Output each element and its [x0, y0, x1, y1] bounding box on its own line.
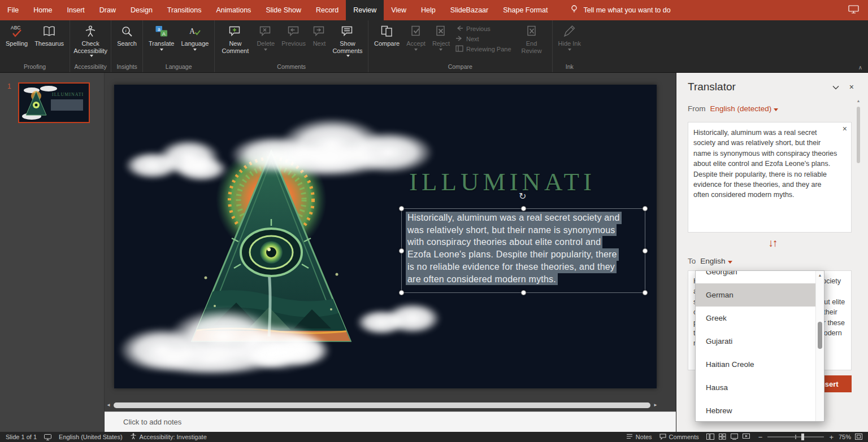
tell-me-box[interactable]: Tell me what you want to do	[570, 0, 670, 20]
resize-handle-top-middle[interactable]	[521, 206, 526, 211]
reject-button[interactable]: Reject	[429, 21, 453, 63]
resize-handle-bottom-middle[interactable]	[521, 290, 526, 295]
show-comments-button[interactable]: Show Comments	[329, 21, 366, 63]
pane-scrollbar[interactable]: ▲	[855, 99, 862, 423]
svg-text:A: A	[162, 31, 166, 37]
svg-text:i: i	[125, 28, 126, 33]
scrollbar-track[interactable]	[112, 402, 652, 409]
scroll-right-icon[interactable]: ►	[652, 401, 659, 409]
reviewing-pane-button[interactable]: Reviewing Pane	[455, 45, 511, 53]
resize-handle-bottom-right[interactable]	[643, 290, 648, 295]
accept-icon	[409, 24, 423, 40]
display-settings-icon[interactable]	[44, 434, 51, 440]
zoom-slider-thumb[interactable]	[801, 434, 804, 440]
display-icon[interactable]	[848, 5, 859, 16]
next-comment-button[interactable]: Next	[309, 21, 329, 63]
from-language-selector[interactable]: English (detected)	[710, 104, 779, 113]
collapse-ribbon-icon[interactable]: ∧	[858, 64, 862, 71]
check-accessibility-button[interactable]: Check Accessibility	[72, 21, 108, 63]
slide-body-textbox[interactable]: ↻ Historically, aluminum was a real secr…	[401, 208, 645, 293]
tell-me-label: Tell me what you want to do	[583, 6, 670, 14]
notes-toggle[interactable]: Notes	[626, 434, 652, 440]
spelling-button[interactable]: ABC Spelling	[2, 21, 31, 63]
clear-source-icon[interactable]: ×	[843, 125, 847, 133]
previous-comment-button[interactable]: Previous	[278, 21, 309, 63]
lightbulb-icon	[570, 5, 579, 16]
pane-chevron-down-icon[interactable]	[827, 81, 844, 93]
dropdown-scroll-up-icon[interactable]: ▲	[816, 273, 824, 277]
tab-view[interactable]: View	[384, 0, 414, 20]
end-review-button[interactable]: End Review	[514, 21, 550, 63]
scrollbar-thumb[interactable]	[114, 402, 650, 408]
resize-handle-top-right[interactable]	[643, 206, 648, 211]
compare-button[interactable]: Compare	[371, 21, 403, 63]
status-language[interactable]: English (United States)	[59, 434, 123, 440]
slide[interactable]: ILLUMINATI ↻ Historically, aluminum was …	[114, 85, 657, 388]
tab-shape-format[interactable]: Shape Format	[496, 0, 555, 20]
delete-comment-button[interactable]: Delete	[253, 21, 278, 63]
tab-slidebazaar[interactable]: SlideBazaar	[443, 0, 496, 20]
tab-review[interactable]: Review	[346, 0, 384, 20]
normal-view-icon[interactable]	[706, 434, 714, 441]
tab-record[interactable]: Record	[309, 0, 346, 20]
slideshow-view-icon[interactable]	[743, 434, 750, 441]
language-option-gujarati[interactable]: Gujarati	[696, 330, 824, 353]
tab-slide-show[interactable]: Slide Show	[258, 0, 309, 20]
tab-insert[interactable]: Insert	[60, 0, 92, 20]
tab-draw[interactable]: Draw	[92, 0, 123, 20]
to-language-selector[interactable]: English	[700, 257, 732, 265]
hide-ink-button[interactable]: Hide Ink	[555, 21, 584, 63]
slide-title[interactable]: ILLUMINATI	[409, 167, 596, 196]
zoom-in-button[interactable]: +	[828, 433, 835, 441]
source-text-box[interactable]: Historically, aluminum was a real secret…	[688, 122, 852, 233]
notes-area[interactable]: Click to add notes	[105, 412, 676, 432]
language-option-georgian[interactable]: Georgian	[696, 270, 824, 283]
new-comment-button[interactable]: New Comment	[217, 21, 253, 63]
tab-home[interactable]: Home	[26, 0, 59, 20]
zoom-level[interactable]: 75%	[839, 434, 851, 440]
language-button[interactable]: A Language	[177, 21, 212, 63]
language-option-hebrew[interactable]: Hebrew	[696, 399, 824, 422]
previous-change-button[interactable]: Previous	[455, 25, 511, 33]
language-option-haitian-creole[interactable]: Haitian Creole	[696, 353, 824, 376]
dropdown-scrollbar[interactable]: ▲	[815, 271, 824, 421]
ribbon-group-compare: Compare Accept Reject	[368, 20, 552, 72]
dropdown-scrollbar-thumb[interactable]	[818, 322, 822, 349]
tab-transitions[interactable]: Transitions	[160, 0, 209, 20]
resize-handle-middle-left[interactable]	[399, 248, 404, 253]
resize-handle-bottom-left[interactable]	[399, 290, 404, 295]
resize-handle-top-left[interactable]	[399, 206, 404, 211]
status-accessibility[interactable]: Accessibility: Investigate	[130, 433, 207, 441]
comments-toggle[interactable]: Comments	[659, 434, 699, 441]
swap-languages-icon[interactable]: ↓↑	[676, 237, 868, 250]
scroll-left-icon[interactable]: ◄	[105, 401, 112, 409]
fit-to-window-icon[interactable]	[855, 434, 862, 441]
tab-design[interactable]: Design	[123, 0, 160, 20]
pane-scroll-up-icon[interactable]: ▲	[855, 99, 862, 103]
delete-comment-icon	[259, 24, 272, 40]
reading-view-icon[interactable]	[731, 434, 738, 441]
language-option-hausa[interactable]: Hausa	[696, 376, 824, 399]
search-button[interactable]: i Search	[114, 21, 140, 63]
pane-scrollbar-thumb[interactable]	[857, 107, 860, 163]
accept-button[interactable]: Accept	[403, 21, 429, 63]
language-option-german[interactable]: German	[696, 283, 824, 307]
next-change-button[interactable]: Next	[455, 35, 511, 43]
zoom-out-button[interactable]: −	[757, 433, 764, 441]
translate-button[interactable]: aA Translate	[145, 21, 177, 63]
tab-file[interactable]: File	[0, 0, 26, 20]
resize-handle-middle-right[interactable]	[643, 248, 648, 253]
zoom-slider[interactable]	[767, 436, 824, 437]
previous-change-icon	[455, 25, 463, 33]
tab-help[interactable]: Help	[414, 0, 443, 20]
thesaurus-button[interactable]: Thesaurus	[31, 21, 67, 63]
slide-thumbnail[interactable]: ILLUMINATI	[18, 82, 90, 123]
pane-close-icon[interactable]: ×	[844, 81, 859, 93]
horizontal-scrollbar[interactable]: ◄ ►	[105, 401, 659, 409]
language-option-greek[interactable]: Greek	[696, 307, 824, 330]
reject-caret-icon	[439, 49, 442, 51]
tab-animations[interactable]: Animations	[209, 0, 259, 20]
rotate-handle-icon[interactable]: ↻	[519, 191, 526, 202]
slide-sorter-view-icon[interactable]	[719, 434, 726, 441]
translate-caret-icon	[160, 49, 163, 51]
